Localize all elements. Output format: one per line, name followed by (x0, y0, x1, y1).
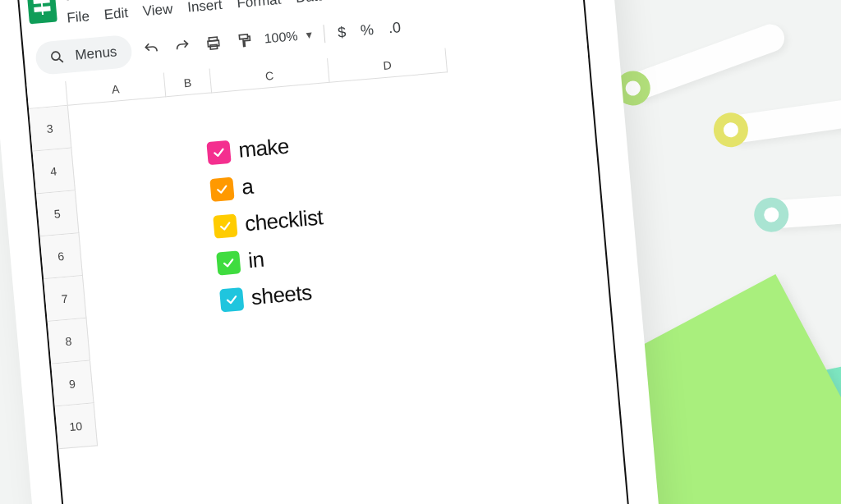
menu-search[interactable]: Menus (34, 34, 133, 76)
checklist: make a checklist in (206, 131, 330, 314)
row-header[interactable]: 3 (29, 106, 71, 152)
row-header[interactable]: 9 (51, 361, 94, 407)
row-header[interactable]: 7 (44, 276, 86, 322)
desk-pen-green (624, 21, 788, 103)
checklist-item: checklist (213, 204, 324, 239)
checkbox[interactable] (219, 287, 244, 312)
sheets-logo-icon (26, 0, 57, 24)
row-header[interactable]: 6 (40, 233, 83, 279)
checklist-label: sheets (250, 280, 313, 310)
check-icon (214, 181, 231, 198)
checklist-item: a (209, 167, 320, 202)
chevron-down-icon: ▼ (304, 29, 315, 41)
print-button[interactable] (201, 31, 226, 56)
format-percent-button[interactable]: % (356, 21, 378, 39)
tablet-device: How to Make a Checklist in Google Sheets… (0, 0, 664, 504)
svg-line-1 (59, 59, 63, 63)
paint-format-button[interactable] (232, 29, 257, 53)
checklist-label: checklist (244, 204, 324, 236)
desk-pen-teal (766, 190, 841, 229)
svg-rect-5 (239, 34, 247, 39)
menu-file[interactable]: File (67, 8, 90, 26)
checkbox[interactable] (206, 140, 231, 164)
zoom-dropdown[interactable]: 100% ▼ (264, 27, 315, 46)
check-icon (220, 254, 237, 271)
row-header[interactable]: 8 (48, 318, 90, 364)
search-icon (44, 45, 69, 70)
menu-edit[interactable]: Edit (103, 5, 129, 23)
checkbox[interactable] (216, 250, 241, 275)
checklist-label: a (241, 174, 255, 200)
redo-button[interactable] (170, 34, 195, 58)
check-icon (218, 218, 234, 234)
app-window: How to Make a Checklist in Google Sheets… (16, 0, 632, 504)
menu-search-label: Menus (75, 44, 118, 63)
undo-button[interactable] (139, 36, 163, 61)
checklist-label: make (237, 134, 290, 163)
svg-point-0 (51, 52, 60, 61)
row-header[interactable]: 5 (36, 190, 79, 236)
format-currency-button[interactable]: $ (333, 23, 350, 41)
desk-pen-yellow (725, 94, 841, 144)
toolbar-divider (323, 25, 325, 43)
zoom-value: 100% (264, 29, 298, 46)
select-all-corner[interactable] (26, 81, 67, 109)
checkbox[interactable] (209, 176, 234, 201)
check-icon (211, 144, 227, 161)
column-header-b[interactable]: B (164, 69, 212, 98)
row-header[interactable]: 4 (33, 149, 76, 195)
check-icon (223, 291, 240, 308)
format-decimal-button[interactable]: .0 (384, 18, 405, 37)
row-header[interactable]: 10 (55, 403, 98, 449)
checkbox[interactable] (213, 213, 237, 238)
menu-view[interactable]: View (142, 1, 173, 20)
checklist-label: in (247, 247, 265, 274)
checklist-item: in (216, 241, 327, 276)
